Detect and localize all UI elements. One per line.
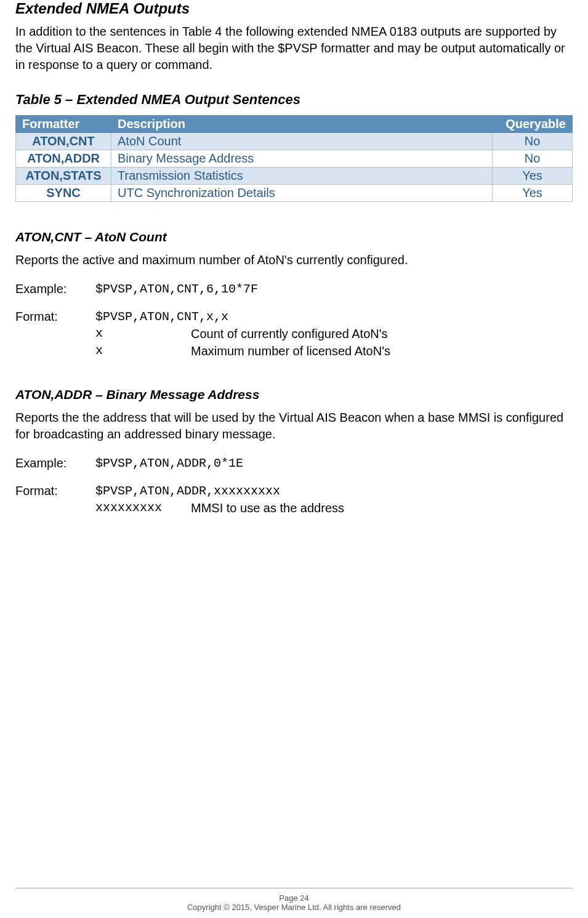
copyright: Copyright © 2015, Vesper Marine Ltd. All… bbox=[15, 903, 573, 912]
section-heading-cnt: ATON,CNT – AtoN Count bbox=[15, 230, 573, 244]
table-row: ATON,ADDR Binary Message Address No bbox=[16, 150, 573, 167]
cell-description: Transmission Statistics bbox=[111, 167, 493, 185]
cell-description: UTC Synchronization Details bbox=[111, 185, 493, 202]
param-desc: Maximum number of licensed AtoN's bbox=[191, 342, 390, 360]
example-label: Example: bbox=[15, 282, 95, 296]
cell-formatter: ATON,ADDR bbox=[16, 150, 111, 167]
table-row: SYNC UTC Synchronization Details Yes bbox=[16, 185, 573, 202]
format-value: $PVSP,ATON,CNT,x,x bbox=[95, 310, 228, 324]
main-heading: Extended NMEA Outputs bbox=[15, 0, 573, 17]
page-number: Page 24 bbox=[15, 893, 573, 903]
example-value: $PVSP,ATON,CNT,6,10*7F bbox=[95, 282, 258, 296]
format-value: $PVSP,ATON,ADDR,xxxxxxxxx bbox=[95, 484, 280, 498]
page-footer: Page 24 Copyright © 2015, Vesper Marine … bbox=[15, 888, 573, 912]
col-formatter: Formatter bbox=[16, 116, 111, 133]
table-row: ATON,CNT AtoN Count No bbox=[16, 133, 573, 150]
param-row: x Maximum number of licensed AtoN's bbox=[95, 342, 573, 360]
cell-description: AtoN Count bbox=[111, 133, 493, 150]
param-key: x bbox=[95, 325, 191, 342]
cell-queryable: No bbox=[493, 150, 573, 167]
param-key: x bbox=[95, 342, 191, 360]
cell-formatter: SYNC bbox=[16, 185, 111, 202]
cell-description: Binary Message Address bbox=[111, 150, 493, 167]
table-row: ATON,STATS Transmission Statistics Yes bbox=[16, 167, 573, 185]
cell-queryable: No bbox=[493, 133, 573, 150]
example-row: Example: $PVSP,ATON,ADDR,0*1E bbox=[15, 456, 573, 470]
col-description: Description bbox=[111, 116, 493, 133]
cell-formatter: ATON,CNT bbox=[16, 133, 111, 150]
output-sentences-table: Formatter Description Queryable ATON,CNT… bbox=[15, 115, 573, 202]
intro-paragraph: In addition to the sentences in Table 4 … bbox=[15, 23, 573, 73]
example-value: $PVSP,ATON,ADDR,0*1E bbox=[95, 456, 243, 470]
table-caption: Table 5 – Extended NMEA Output Sentences bbox=[15, 92, 573, 108]
param-row: xxxxxxxxx MMSI to use as the address bbox=[95, 499, 573, 517]
section-heading-addr: ATON,ADDR – Binary Message Address bbox=[15, 387, 573, 402]
format-row: Format: $PVSP,ATON,CNT,x,x bbox=[15, 310, 573, 324]
param-row: x Count of currently configured AtoN's bbox=[95, 325, 573, 342]
format-label: Format: bbox=[15, 310, 95, 324]
section-desc: Reports the the address that will be use… bbox=[15, 409, 573, 443]
example-row: Example: $PVSP,ATON,CNT,6,10*7F bbox=[15, 282, 573, 296]
cell-queryable: Yes bbox=[493, 185, 573, 202]
section-desc: Reports the active and maximum number of… bbox=[15, 252, 573, 268]
param-desc: MMSI to use as the address bbox=[191, 499, 344, 517]
example-label: Example: bbox=[15, 456, 95, 470]
param-desc: Count of currently configured AtoN's bbox=[191, 325, 388, 342]
format-label: Format: bbox=[15, 484, 95, 498]
param-key: xxxxxxxxx bbox=[95, 499, 191, 517]
cell-queryable: Yes bbox=[493, 167, 573, 185]
cell-formatter: ATON,STATS bbox=[16, 167, 111, 185]
col-queryable: Queryable bbox=[493, 116, 573, 133]
format-row: Format: $PVSP,ATON,ADDR,xxxxxxxxx bbox=[15, 484, 573, 498]
